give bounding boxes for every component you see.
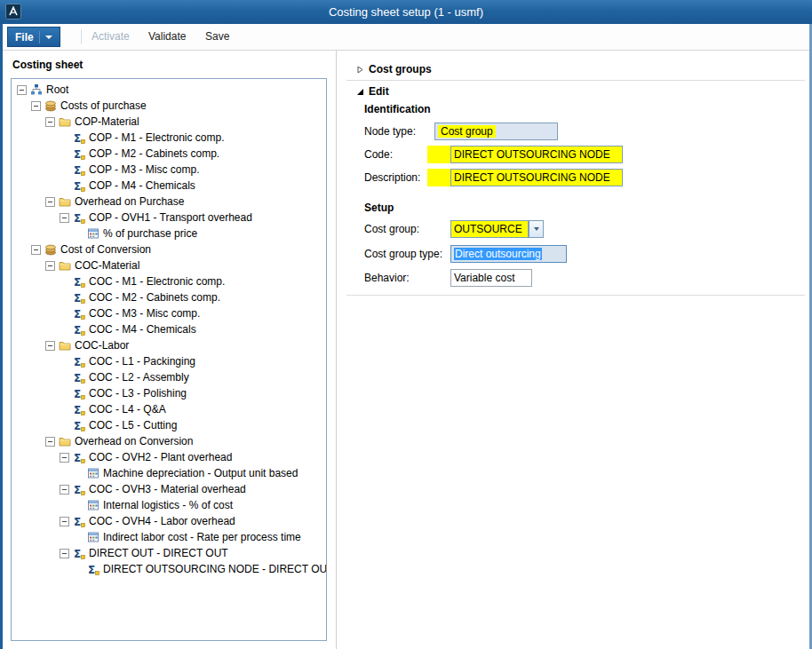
file-menu-button[interactable]: File bbox=[7, 27, 60, 47]
tree-item-label: COP - M1 - Electronic comp. bbox=[89, 131, 224, 144]
tree-item-label: Root bbox=[46, 83, 68, 96]
collapse-toggle-icon[interactable] bbox=[31, 245, 41, 255]
tree-item-label: COC-Material bbox=[75, 259, 139, 272]
tree-item-label: COC - OVH2 - Plant overhead bbox=[89, 451, 232, 463]
costing-sheet-tree[interactable]: RootCosts of purchaseCOP-MaterialΣCOP - … bbox=[11, 78, 327, 641]
node-type-label: Node type: bbox=[364, 123, 416, 140]
collapse-toggle-icon[interactable] bbox=[60, 485, 69, 495]
tree-item[interactable]: COC-Material bbox=[12, 257, 326, 273]
cost-group-type-field[interactable]: Direct outsourcing bbox=[450, 245, 567, 263]
tree-item-label: Internal logistics - % of cost bbox=[103, 499, 233, 511]
tree-item[interactable]: ΣCOP - M2 - Cabinets comp. bbox=[12, 146, 326, 162]
description-field[interactable]: DIRECT OUTSOURCING NODE bbox=[450, 169, 623, 186]
svg-text:Σ: Σ bbox=[74, 452, 81, 464]
cost-group-dropdown-button[interactable] bbox=[529, 220, 544, 238]
sigma-icon: Σ bbox=[73, 355, 85, 368]
tree-item-label: COC - L3 - Polishing bbox=[89, 387, 187, 400]
detail-panel: Cost groups Edit Identification Node typ… bbox=[337, 0, 812, 649]
cost-groups-section-header[interactable]: Cost groups bbox=[356, 63, 432, 75]
svg-text:Σ: Σ bbox=[74, 212, 81, 225]
sigma-icon: Σ bbox=[87, 563, 100, 575]
sigma-icon: Σ bbox=[73, 275, 85, 288]
tree-item[interactable]: ΣDIRECT OUT - DIRECT OUT bbox=[12, 545, 326, 561]
svg-text:Σ: Σ bbox=[74, 516, 81, 528]
tree-item[interactable]: ΣCOC - M4 - Chemicals bbox=[12, 321, 326, 337]
code-field[interactable]: DIRECT OUTSOURCING NODE bbox=[450, 146, 623, 163]
tree-item[interactable]: Internal logistics - % of cost bbox=[12, 497, 326, 513]
svg-text:Σ: Σ bbox=[74, 276, 81, 289]
toolbar-divider bbox=[81, 29, 82, 44]
tree-item[interactable]: ΣCOC - OVH3 - Material overhead bbox=[12, 481, 326, 497]
collapse-toggle-icon[interactable] bbox=[60, 213, 69, 223]
tree-item[interactable]: Root bbox=[12, 82, 326, 98]
tree-item[interactable]: ΣCOP - M3 - Misc comp. bbox=[12, 162, 326, 178]
svg-text:Σ: Σ bbox=[74, 164, 81, 177]
tree-item[interactable]: ΣCOC - M2 - Cabinets comp. bbox=[12, 289, 326, 305]
collapse-toggle-icon[interactable] bbox=[31, 101, 41, 111]
sigma-icon: Σ bbox=[73, 483, 85, 495]
cost-group-type-label: Cost group type: bbox=[364, 245, 442, 263]
tree-item[interactable]: Costs of purchase bbox=[12, 98, 326, 114]
cost-group-field[interactable]: OUTSOURCE bbox=[450, 220, 529, 238]
tree-item[interactable]: ΣCOC - M1 - Electronic comp. bbox=[12, 273, 326, 289]
behavior-field[interactable]: Variable cost bbox=[450, 269, 532, 287]
node-type-value: Cost group bbox=[438, 125, 496, 138]
cost-group-type-value: Direct outsourcing bbox=[454, 248, 542, 260]
save-button[interactable]: Save bbox=[200, 24, 235, 50]
activate-button[interactable]: Activate bbox=[86, 24, 135, 50]
collapse-toggle-icon[interactable] bbox=[45, 261, 55, 271]
tree-item[interactable]: ΣCOC - M3 - Misc comp. bbox=[12, 305, 326, 321]
tree-item[interactable]: ΣCOC - L4 - Q&A bbox=[12, 401, 326, 417]
costing-sheet-label: Costing sheet bbox=[12, 59, 83, 71]
collapse-toggle-icon[interactable] bbox=[60, 549, 69, 558]
tree-item-label: Cost of Conversion bbox=[60, 243, 151, 256]
window-border-left bbox=[0, 24, 3, 649]
collapse-toggle-icon[interactable] bbox=[45, 117, 55, 127]
tree-item[interactable]: Cost of Conversion bbox=[12, 241, 326, 257]
tree-item[interactable]: Indirect labor cost - Rate per process t… bbox=[12, 529, 326, 545]
collapse-arrow-icon bbox=[356, 88, 364, 96]
sigma-icon: Σ bbox=[73, 371, 85, 384]
collapse-toggle-icon[interactable] bbox=[60, 453, 69, 463]
sigma-icon: Σ bbox=[73, 419, 85, 431]
tree-item-label: Costs of purchase bbox=[60, 99, 147, 112]
tree-item[interactable]: COC-Labor bbox=[12, 337, 326, 353]
tree-item[interactable]: ΣCOC - OVH4 - Labor overhead bbox=[12, 513, 326, 529]
tree-item[interactable]: ΣDIRECT OUTSOURCING NODE - DIRECT OU bbox=[12, 561, 326, 577]
tree-item[interactable]: COP-Material bbox=[12, 114, 326, 130]
tree-item[interactable]: ΣCOP - M1 - Electronic comp. bbox=[12, 130, 326, 146]
tree-item[interactable]: % of purchase price bbox=[12, 226, 326, 241]
tree-item[interactable]: Machine depreciation - Output unit based bbox=[12, 465, 326, 481]
identification-heading: Identification bbox=[364, 103, 431, 115]
cost-group-label: Cost group: bbox=[364, 220, 419, 238]
tree-item[interactable]: ΣCOC - L5 - Cutting bbox=[12, 417, 326, 433]
sigma-icon: Σ bbox=[73, 387, 85, 400]
tree-item[interactable]: ΣCOC - OVH2 - Plant overhead bbox=[12, 449, 326, 465]
tree-item[interactable]: ΣCOC - L2 - Assembly bbox=[12, 369, 326, 385]
window-title: Costing sheet setup (1 - usmf) bbox=[0, 0, 812, 24]
tree-item-label: COC-Labor bbox=[75, 339, 129, 352]
collapse-toggle-icon[interactable] bbox=[45, 437, 55, 447]
sigma-icon: Σ bbox=[73, 211, 85, 224]
folder-icon bbox=[59, 259, 71, 272]
tree-item-label: COC - L2 - Assembly bbox=[89, 371, 189, 384]
tree-item-label: COC - OVH4 - Labor overhead bbox=[89, 515, 235, 527]
sigma-icon: Σ bbox=[73, 547, 85, 559]
highlight-strip bbox=[427, 146, 450, 163]
collapse-toggle-icon[interactable] bbox=[45, 341, 55, 351]
collapse-toggle-icon[interactable] bbox=[45, 197, 55, 207]
tree-item[interactable]: ΣCOC - L3 - Polishing bbox=[12, 385, 326, 401]
tree-item[interactable]: ΣCOC - L1 - Packinging bbox=[12, 353, 326, 369]
sigma-icon: Σ bbox=[73, 163, 85, 176]
edit-section-header[interactable]: Edit bbox=[356, 85, 389, 98]
tree-item[interactable]: Overhead on Conversion bbox=[12, 433, 326, 449]
tree-item[interactable]: ΣCOP - M4 - Chemicals bbox=[12, 178, 326, 194]
svg-text:Σ: Σ bbox=[74, 388, 81, 400]
collapse-toggle-icon[interactable] bbox=[17, 85, 27, 95]
validate-button[interactable]: Validate bbox=[143, 24, 191, 50]
tree-item[interactable]: ΣCOP - OVH1 - Transport overhead bbox=[12, 210, 326, 226]
node-type-field[interactable]: Cost group bbox=[434, 123, 558, 140]
collapse-toggle-icon[interactable] bbox=[60, 517, 69, 526]
code-label: Code: bbox=[364, 146, 393, 163]
tree-item[interactable]: Overhead on Purchase bbox=[12, 194, 326, 210]
